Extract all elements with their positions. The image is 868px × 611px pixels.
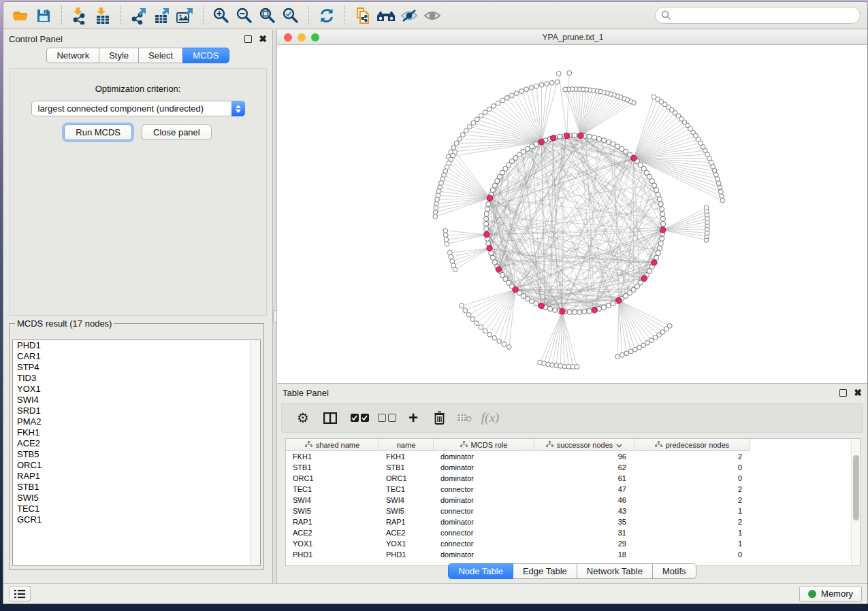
table-cell[interactable]: 2 [634,484,750,495]
show-columns-icon[interactable] [315,408,346,428]
run-mcds-button[interactable]: Run MCDS [64,125,132,140]
mcds-result-item[interactable]: STP4 [13,362,260,373]
table-tab-node-table[interactable]: Node Table [448,563,513,579]
table-row[interactable]: SWI4SWI4dominator462 [286,495,860,506]
table-row[interactable]: YOX1YOX1connector291 [286,538,860,549]
table-cell[interactable]: 1 [634,506,750,516]
delete-column-trash-icon[interactable] [426,408,452,428]
mcds-result-item[interactable]: TEC1 [13,503,260,514]
tab-network[interactable]: Network [46,48,99,63]
table-cell[interactable]: YOX1 [379,538,434,549]
table-tab-motifs[interactable]: Motifs [652,563,696,579]
table-cell[interactable]: 0 [634,462,750,473]
table-cell[interactable]: dominator [434,516,534,527]
export-image-icon[interactable] [174,5,197,27]
table-cell[interactable]: FKH1 [286,451,379,462]
table-tab-network-table[interactable]: Network Table [577,563,653,579]
table-cell[interactable]: 61 [534,473,634,484]
table-cell[interactable]: connector [434,538,534,549]
table-cell[interactable]: 1 [634,538,750,549]
close-panel-icon[interactable]: ✖ [259,35,267,43]
import-network-icon[interactable] [68,5,91,27]
binoculars-icon[interactable] [374,5,398,27]
deselect-all-rows-icon[interactable] [373,408,400,428]
save-session-icon[interactable] [32,5,55,27]
mcds-result-list[interactable]: PHD1CAR1STP4TID3YOX1SWI4SRD1PMA2FKH1ACE2… [12,340,261,566]
table-cell[interactable]: RAP1 [286,516,379,527]
table-cell[interactable]: SWI5 [286,506,379,516]
export-network-icon[interactable] [127,5,150,27]
table-settings-gear-icon[interactable]: ⚙ [291,408,315,428]
table-cell[interactable]: 29 [534,538,634,549]
mcds-result-item[interactable]: ORC1 [13,460,260,471]
table-cell[interactable]: dominator [434,495,534,506]
mcds-result-item[interactable]: PMA2 [13,416,260,427]
close-table-panel-icon[interactable]: ✖ [854,389,862,397]
table-row[interactable]: RAP1RAP1dominator352 [286,516,860,527]
table-cell[interactable]: 2 [634,451,750,462]
table-scrollbar[interactable] [851,439,860,565]
table-cell[interactable]: PHD1 [379,549,434,560]
table-cell[interactable]: ACE2 [379,527,434,538]
tab-style[interactable]: Style [99,48,139,63]
table-cell[interactable]: 0 [634,549,750,560]
column-header-predecessor-nodes[interactable]: predecessor nodes [634,439,750,451]
table-cell[interactable]: 43 [534,506,634,516]
table-cell[interactable]: 96 [534,451,634,462]
table-cell[interactable]: dominator [434,473,534,484]
mcds-result-item[interactable]: FKH1 [13,427,260,438]
table-cell[interactable]: FKH1 [379,451,434,462]
table-cell[interactable]: connector [434,527,534,538]
tab-select[interactable]: Select [138,48,183,63]
table-cell[interactable]: 47 [534,484,634,495]
table-cell[interactable]: PHD1 [286,549,379,560]
close-panel-button[interactable]: Close panel [142,125,212,140]
table-row[interactable]: STB1STB1dominator620 [286,462,860,473]
mcds-result-item[interactable]: SRD1 [13,406,260,416]
table-cell[interactable]: ORC1 [379,473,434,484]
table-row[interactable]: ACE2ACE2connector311 [286,527,860,538]
table-cell[interactable]: dominator [434,549,534,560]
table-cell[interactable]: connector [434,506,534,516]
zoom-fit-icon[interactable] [256,5,279,27]
table-cell[interactable]: dominator [434,451,534,462]
mcds-result-item[interactable]: STB1 [13,482,260,493]
table-cell[interactable]: ORC1 [286,473,379,484]
table-cell[interactable]: connector [434,484,534,495]
table-row[interactable]: PHD1PHD1dominator180 [286,549,860,560]
network-window-titlebar[interactable]: YPA_prune.txt_1 [277,30,868,45]
refresh-icon[interactable] [315,5,338,27]
table-scrollbar-thumb[interactable] [853,455,859,521]
memory-button[interactable]: Memory [799,586,862,602]
table-cell[interactable]: TEC1 [286,484,379,495]
table-row[interactable]: ORC1ORC1dominator610 [286,473,860,484]
table-cell[interactable]: SWI5 [379,506,434,516]
column-header-name[interactable]: name [379,439,434,451]
table-cell[interactable]: 35 [534,516,634,527]
create-column-icon[interactable]: + [400,408,426,428]
task-history-button[interactable] [9,586,31,601]
mcds-result-item[interactable]: STB5 [13,449,260,460]
column-header-successor-nodes[interactable]: successor nodes [534,439,634,451]
mcds-result-item[interactable]: CAR1 [13,351,260,362]
table-cell[interactable]: ACE2 [286,527,379,538]
table-row[interactable]: SWI5SWI5connector431 [286,506,860,516]
mcds-list-scrollbar[interactable] [250,340,260,565]
mcds-result-item[interactable]: SWI5 [13,493,260,503]
table-cell[interactable]: dominator [434,462,534,473]
table-tab-edge-table[interactable]: Edge Table [513,563,577,579]
mcds-result-item[interactable]: SWI4 [13,395,260,406]
table-cell[interactable]: STB1 [286,462,379,473]
zoom-selected-icon[interactable] [279,5,302,27]
table-cell[interactable]: 0 [634,473,750,484]
table-cell[interactable]: 2 [634,516,750,527]
show-all-icon[interactable] [421,5,444,27]
table-cell[interactable]: 46 [534,495,634,506]
column-header-shared-name[interactable]: shared name [286,439,379,451]
table-cell[interactable]: 62 [534,462,634,473]
hide-selected-icon[interactable] [398,5,421,27]
zoom-in-icon[interactable] [210,5,233,27]
table-cell[interactable]: RAP1 [379,516,434,527]
mcds-result-item[interactable]: PHD1 [13,340,260,351]
table-cell[interactable]: TEC1 [379,484,434,495]
